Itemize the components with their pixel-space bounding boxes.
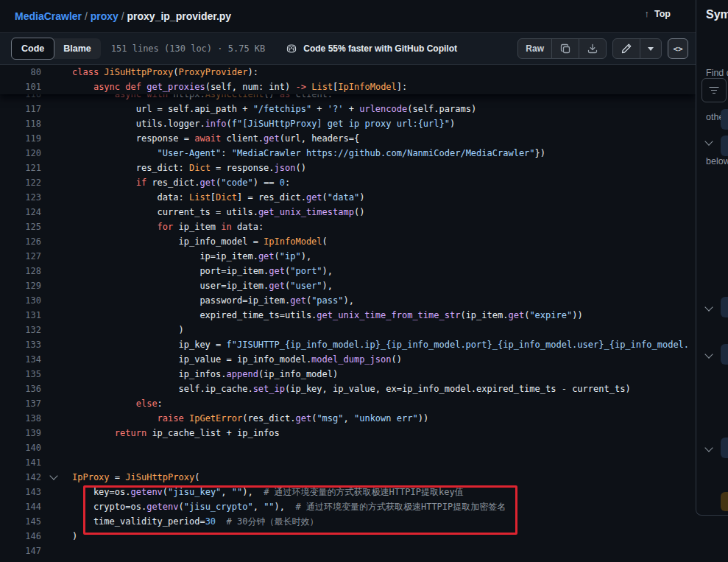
edit-button[interactable] (613, 39, 640, 58)
line-number[interactable]: 125 (0, 219, 41, 234)
download-button[interactable] (579, 39, 606, 58)
back-to-top-button[interactable]: ↑ Top (645, 8, 671, 19)
breadcrumb: MediaCrawler / proxy / proxy_ip_provider… (15, 10, 231, 22)
chevron-down-icon[interactable] (704, 443, 713, 452)
copilot-icon (286, 43, 297, 55)
github-code-view: { "breadcrumb": { "repo": "MediaCrawler"… (0, 0, 728, 562)
code-brackets-icon: <> (673, 44, 682, 54)
line-number[interactable]: 124 (0, 205, 41, 219)
line-number[interactable]: 80 (0, 65, 41, 80)
code-text: else: (72, 396, 163, 411)
line-number[interactable]: 138 (0, 411, 41, 426)
code-line: 134 ip_value = ip_info_model.model_dump_… (0, 352, 696, 367)
code-line: 126 ip_info_model = IpInfoModel( (0, 234, 696, 249)
code-text: IpProxy = JiSuHttpProxy( (72, 470, 199, 485)
symbol-pill[interactable] (721, 492, 728, 511)
copy-button[interactable] (551, 39, 579, 58)
line-number[interactable]: 118 (0, 116, 41, 131)
symbols-panel-toggle-button[interactable]: <> (668, 38, 688, 59)
code-text: current_ts = utils.get_unix_timestamp() (72, 205, 364, 219)
code-line: 137 else: (0, 396, 696, 411)
line-number[interactable]: 128 (0, 264, 41, 278)
tab-code[interactable]: Code (11, 38, 54, 60)
fold-gutter (41, 102, 72, 116)
code-line: 147 (0, 544, 696, 558)
fold-gutter (41, 190, 72, 205)
line-number[interactable]: 123 (0, 190, 41, 205)
line-number[interactable]: 139 (0, 426, 41, 440)
line-number[interactable]: 119 (0, 131, 41, 146)
fold-gutter (41, 80, 72, 94)
line-number[interactable]: 142 (0, 470, 41, 485)
fold-gutter (41, 426, 72, 440)
line-number[interactable]: 117 (0, 102, 41, 116)
code-text: data: List[Dict] = res_dict.get("data") (72, 190, 364, 205)
line-number[interactable]: 136 (0, 382, 41, 396)
fold-gutter (41, 499, 72, 514)
fold-gutter (41, 396, 72, 411)
fold-gutter (41, 514, 72, 529)
fold-gutter (41, 116, 72, 131)
line-number[interactable]: 141 (0, 455, 41, 470)
line-number[interactable]: 126 (0, 234, 41, 249)
code-text: password=ip_item.get("pass"), (72, 293, 354, 308)
pencil-icon (621, 43, 632, 55)
code-line: 135 ip_infos.append(ip_info_model) (0, 367, 696, 382)
breadcrumb-folder-link[interactable]: proxy (91, 10, 119, 22)
line-number[interactable]: 121 (0, 161, 41, 175)
code-text: ) (72, 529, 77, 544)
line-number[interactable]: 134 (0, 352, 41, 367)
fold-gutter (41, 382, 72, 396)
line-number[interactable]: 132 (0, 323, 41, 337)
line-number[interactable]: 143 (0, 485, 41, 499)
line-number[interactable]: 122 (0, 175, 41, 190)
code-text: crypto=os.getenv("jisu_crypto", ""), # 通… (72, 499, 506, 514)
symbols-filter-button[interactable] (702, 78, 727, 102)
line-number[interactable]: 131 (0, 308, 41, 323)
line-number[interactable]: 147 (0, 544, 41, 558)
symbol-pill[interactable] (721, 438, 728, 458)
symbol-pill[interactable] (721, 136, 728, 156)
line-number[interactable]: 137 (0, 396, 41, 411)
file-meta-info: 151 lines (130 loc) · 5.75 KB (111, 43, 266, 54)
code-text: res_dict: Dict = response.json() (72, 161, 306, 175)
raw-copy-download-group: Raw (517, 38, 607, 59)
fold-gutter (41, 175, 72, 190)
line-number[interactable]: 127 (0, 249, 41, 264)
line-number[interactable]: 140 (0, 440, 41, 455)
line-number[interactable]: 144 (0, 499, 41, 514)
fold-gutter (41, 352, 72, 367)
code-text: key=os.getenv("jisu_key", ""), # 通过环境变量的… (72, 485, 464, 499)
raw-button[interactable]: Raw (518, 39, 551, 58)
fold-gutter (41, 234, 72, 249)
code-text: raise IpGetError(res_dict.get("msg", "un… (72, 411, 428, 426)
code-line: 145 time_validity_period=30 # 30分钟（最长时效） (0, 514, 696, 529)
tab-blame[interactable]: Blame (54, 38, 101, 59)
line-number[interactable]: 133 (0, 337, 41, 352)
edit-dropdown-button[interactable] (640, 39, 661, 58)
line-number[interactable]: 135 (0, 367, 41, 382)
top-label: Top (654, 9, 671, 19)
symbols-description-line: below or in the code. (706, 154, 728, 169)
fold-gutter (41, 293, 72, 308)
fold-chevron-icon[interactable] (49, 471, 57, 480)
copilot-banner: Code 55% faster with GitHub Copilot (286, 43, 457, 55)
code-line: 122 if res_dict.get("code") == 0: (0, 175, 696, 190)
line-number[interactable]: 129 (0, 278, 41, 293)
chevron-down-icon[interactable] (704, 350, 713, 358)
line-number[interactable]: 130 (0, 293, 41, 308)
code-line: 142IpProxy = JiSuHttpProxy( (0, 470, 696, 485)
line-number[interactable]: 146 (0, 529, 41, 544)
line-number[interactable]: 101 (0, 80, 41, 94)
symbol-pill[interactable] (721, 109, 728, 130)
chevron-down-icon[interactable] (704, 303, 713, 311)
code-line: 130 password=ip_item.get("pass"), (0, 293, 696, 308)
line-number[interactable]: 145 (0, 514, 41, 529)
code-text: url = self.api_path + "/fetchips" + '?' … (72, 102, 476, 116)
line-number[interactable]: 120 (0, 146, 41, 161)
symbol-pill[interactable] (721, 344, 728, 365)
code-text: user=ip_item.get("user"), (72, 278, 333, 293)
code-line: 119 response = await client.get(url, hea… (0, 131, 696, 146)
breadcrumb-repo-link[interactable]: MediaCrawler (15, 10, 82, 22)
symbol-pill[interactable] (721, 297, 728, 317)
